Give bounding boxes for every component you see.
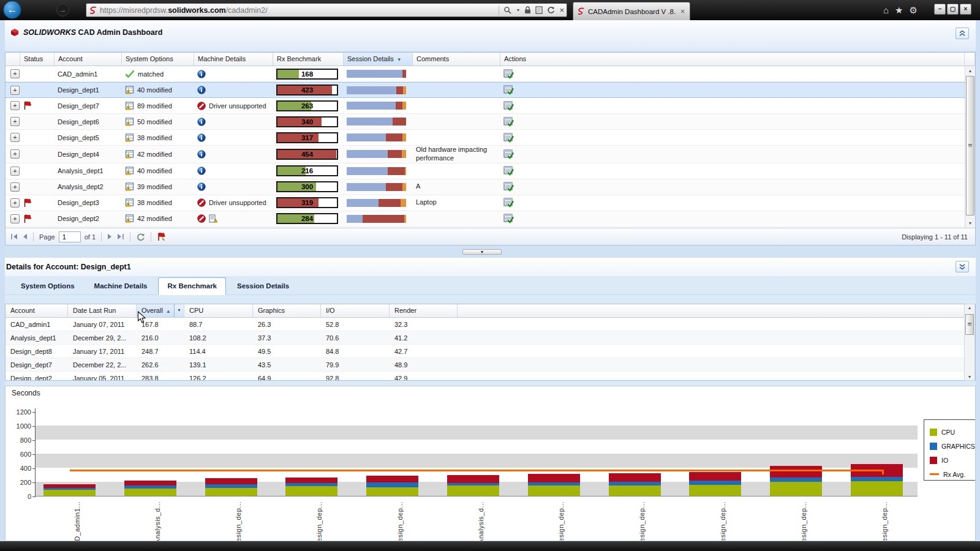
expand-row-button[interactable]: + [10, 133, 20, 142]
chart-bar[interactable] [205, 478, 257, 496]
compatibility-icon[interactable] [535, 6, 543, 14]
page-number-input[interactable] [59, 231, 81, 242]
expand-row-button[interactable]: + [10, 214, 20, 223]
column-header-comments[interactable]: Comments [413, 53, 500, 66]
driver-blocked-icon[interactable] [197, 102, 206, 110]
refresh-grid-icon[interactable] [136, 233, 145, 241]
info-icon[interactable] [197, 133, 206, 142]
panel-splitter[interactable]: ▼ [0, 246, 980, 258]
last-page-button[interactable] [116, 233, 124, 240]
actions-report-icon[interactable] [503, 149, 962, 159]
expand-row-button[interactable]: + [10, 198, 20, 208]
back-button[interactable]: ← [3, 1, 21, 19]
sort-dropdown-icon[interactable]: ▼ [397, 57, 402, 62]
collapse-details-button[interactable] [956, 261, 969, 272]
header-menu-icon[interactable]: ▼ [174, 304, 184, 317]
window-restore-button[interactable]: ▢ [947, 4, 959, 15]
table-row[interactable]: +Design_dept442 modified454Old hardware … [6, 146, 965, 163]
column-header-account[interactable]: Account [6, 304, 68, 317]
window-minimize-button[interactable]: – [934, 4, 946, 15]
splitter-handle[interactable]: ▼ [462, 249, 502, 255]
table-row[interactable]: Design_dept8January 17, 2011248.7114.449… [6, 345, 975, 358]
actions-report-icon[interactable] [503, 117, 962, 127]
column-header-graphics[interactable]: Graphics [253, 304, 321, 317]
column-header-status[interactable]: Status [20, 53, 55, 66]
chart-bar[interactable] [366, 476, 418, 496]
tab-session-details[interactable]: Session Details [228, 278, 298, 294]
table-row[interactable]: +Design_dept140 modified423 [6, 82, 965, 98]
scroll-up-icon[interactable]: ▲ [965, 305, 974, 310]
table-row[interactable]: Design_dept7December 22, 2...262.6139.14… [6, 358, 975, 372]
column-header-render[interactable]: Render [390, 304, 458, 317]
search-dropdown-icon[interactable]: ▼ [516, 8, 520, 12]
column-header-cpu[interactable]: CPU [184, 304, 253, 317]
next-page-button[interactable] [107, 233, 113, 240]
driver-blocked-icon[interactable] [197, 198, 206, 207]
info-icon[interactable] [197, 118, 206, 126]
chart-bar[interactable] [609, 473, 661, 496]
actions-report-icon[interactable] [503, 198, 962, 208]
chart-bar[interactable] [689, 472, 741, 496]
table-row[interactable]: +Design_dept242 modified284 [6, 211, 965, 227]
settings-gear-icon[interactable]: ⚙ [910, 5, 918, 16]
table-row[interactable]: +Design_dept650 modified340 [6, 114, 965, 130]
table-row[interactable]: +Design_dept538 modified317 [6, 130, 965, 146]
tab-system-options[interactable]: System Options [12, 278, 83, 294]
info-icon[interactable] [197, 167, 206, 175]
actions-report-icon[interactable] [503, 133, 962, 143]
expand-row-button[interactable]: + [10, 117, 20, 126]
table-row[interactable]: +Analysis_dept140 modified216 [6, 163, 965, 179]
column-header-machine-details[interactable]: Machine Details [194, 53, 273, 66]
chart-bar[interactable] [124, 481, 176, 496]
column-header-date-last-run[interactable]: Date Last Run [68, 304, 137, 317]
column-header-expand[interactable] [6, 53, 20, 66]
expand-row-button[interactable]: + [10, 182, 20, 192]
browser-tab[interactable]: CADAdmin Dashboard V .8.... × [573, 2, 690, 20]
column-header-i-o[interactable]: I/O [321, 304, 390, 317]
info-icon[interactable] [197, 70, 206, 78]
expand-row-button[interactable]: + [10, 101, 20, 110]
collapse-panel-button[interactable] [956, 28, 969, 39]
prev-page-button[interactable] [22, 233, 28, 240]
column-header-rx-benchmark[interactable]: Rx Benchmark [273, 53, 344, 66]
info-icon[interactable] [197, 86, 206, 94]
actions-report-icon[interactable] [503, 85, 962, 95]
table-row[interactable]: Design_dept2January 05, 2011283.8126.264… [6, 372, 975, 381]
details-scrollbar[interactable]: ▲ ▼ [964, 304, 975, 381]
stop-icon[interactable]: × [559, 6, 564, 15]
actions-report-icon[interactable] [503, 182, 962, 192]
main-table-scrollbar[interactable]: ▲ ▼ [965, 66, 975, 228]
info-icon[interactable] [197, 150, 206, 159]
actions-report-icon[interactable] [503, 101, 962, 111]
actions-report-icon[interactable] [503, 166, 962, 176]
tab-close-icon[interactable]: × [679, 7, 686, 16]
expand-row-button[interactable]: + [10, 86, 20, 95]
driver-blocked-icon[interactable] [197, 214, 206, 223]
list-warning-icon[interactable] [209, 214, 218, 223]
table-row[interactable]: +Design_dept789 modifiedDriver unsupport… [6, 98, 965, 114]
first-page-button[interactable] [10, 233, 18, 240]
table-row[interactable]: +Design_dept338 modifiedDriver unsupport… [6, 195, 965, 211]
tab-machine-details[interactable]: Machine Details [86, 278, 156, 294]
table-row[interactable]: +Analysis_dept239 modified300A [6, 179, 965, 195]
favorites-star-icon[interactable]: ★ [895, 5, 903, 16]
scroll-up-icon[interactable]: ▲ [965, 66, 975, 75]
expand-row-button[interactable]: + [10, 167, 20, 176]
table-row[interactable]: Analysis_dept1December 29, 2...216.0108.… [6, 331, 975, 345]
expand-row-button[interactable]: + [10, 149, 20, 159]
scroll-down-icon[interactable]: ▼ [965, 219, 975, 228]
expand-row-button[interactable]: + [10, 69, 20, 78]
scroll-down-icon[interactable]: ▼ [965, 375, 974, 379]
column-header-account[interactable]: Account [55, 53, 122, 66]
table-row[interactable]: +CAD_admin1matched168 [6, 66, 965, 82]
table-row[interactable]: CAD_admin1January 07, 2011167.888.726.35… [6, 318, 975, 331]
column-header-overall[interactable]: Overall▲▼ [137, 304, 184, 317]
home-icon[interactable]: ⌂ [883, 5, 889, 16]
chart-bar[interactable] [43, 484, 96, 496]
column-header-session-details[interactable]: Session Details▼ [344, 53, 413, 66]
tab-rx-benchmark[interactable]: Rx Benchmark [158, 277, 226, 295]
info-icon[interactable] [197, 182, 206, 191]
search-icon[interactable] [503, 6, 511, 14]
window-close-button[interactable]: × [960, 4, 971, 15]
refresh-icon[interactable] [547, 6, 555, 14]
